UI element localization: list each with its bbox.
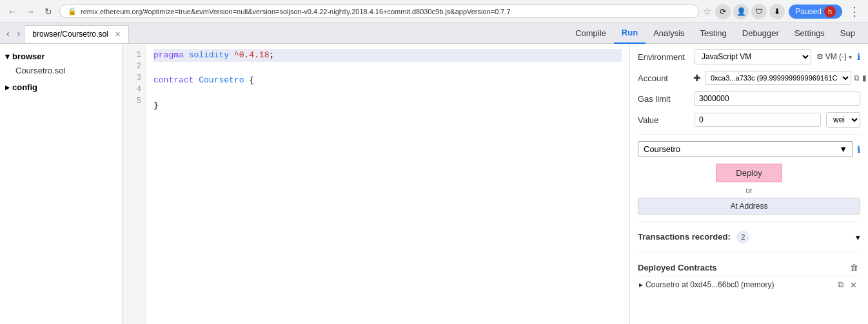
ext-icon-2[interactable]: 👤: [733, 4, 749, 19]
environment-row: Environment JavaScript VM ⚙ VM (-) ▾ ℹ: [638, 49, 860, 64]
transactions-label: Transactions recorded:: [638, 232, 731, 242]
analysis-nav-button[interactable]: Analysis: [646, 23, 692, 44]
refresh-button[interactable]: ↻: [41, 5, 55, 19]
line-num-5: 5: [126, 95, 141, 107]
menu-button[interactable]: ⋮: [846, 3, 863, 20]
account-plus-icon[interactable]: ✚: [693, 73, 701, 83]
deployed-contracts-label: Deployed Contracts: [638, 263, 717, 272]
run-nav-button[interactable]: Run: [614, 23, 646, 44]
sidebar-file-name: Coursetro.sol: [15, 66, 65, 75]
ext-icon-4[interactable]: ⬇: [769, 4, 785, 19]
environment-label: Environment: [638, 52, 689, 62]
contract-select-wrap[interactable]: Coursetro ▼: [638, 141, 853, 157]
tab-label: browser/Coursetro.sol: [32, 30, 108, 39]
tab-bar: ‹ › browser/Coursetro.sol ✕ Compile Run …: [0, 23, 868, 44]
editor-area[interactable]: 1 2 3 4 5 pragma solidity ^0.4.18; contr…: [123, 44, 629, 324]
account-select-wrap: 0xca3...a733c (99.9999999999969161C ⧉ ▮: [705, 71, 867, 85]
bookmark-button[interactable]: ☆: [703, 6, 711, 17]
code-line-4: [153, 87, 622, 100]
browser-chrome: ← → ↻ 🔒 remix.ethereum.org/#optimize=tru…: [0, 0, 868, 23]
copy-deployed-button[interactable]: ⧉: [836, 279, 845, 291]
paused-badge[interactable]: Paused h: [789, 5, 842, 19]
deploy-button[interactable]: Deploy: [716, 164, 782, 182]
copy-account-icon2[interactable]: ▮: [862, 73, 867, 82]
sidebar-browser-section[interactable]: ▾ browser: [0, 49, 122, 64]
account-select[interactable]: 0xca3...a733c (99.9999999999969161C: [705, 71, 851, 85]
value-label: Value: [638, 115, 689, 125]
environment-info-icon[interactable]: ℹ: [857, 52, 860, 62]
forward-button[interactable]: →: [23, 5, 37, 19]
tab-coursetro[interactable]: browser/Coursetro.sol ✕: [24, 25, 128, 43]
deployed-chevron-icon: ▸: [639, 280, 643, 289]
debugger-nav-button[interactable]: Debugger: [735, 23, 787, 44]
deployed-contract-item: ▸ Coursetro at 0xd45...66bc0 (memory) ⧉ …: [638, 276, 860, 293]
vm-text: VM (-): [825, 52, 847, 61]
support-nav-button[interactable]: Sup: [833, 23, 863, 44]
deployed-contract-name: ▸ Coursetro at 0xd45...66bc0 (memory): [639, 280, 774, 289]
top-nav: Compile Run Analysis Testing Debugger Se…: [567, 23, 868, 44]
tab-scroll-left[interactable]: ‹: [3, 26, 14, 41]
paused-avatar: h: [824, 6, 836, 17]
tab-scroll-right[interactable]: ›: [14, 26, 25, 41]
address-text: remix.ethereum.org/#optimize=true&evmVer…: [81, 8, 511, 15]
clear-deployed-button[interactable]: 🗑: [848, 262, 860, 273]
vm-badge: ⚙ VM (-) ▾: [816, 52, 852, 61]
value-input[interactable]: [695, 113, 821, 127]
value-unit-select[interactable]: wei: [826, 112, 860, 128]
deployed-actions: ⧉ ✕: [836, 279, 859, 291]
sidebar: ▾ browser Coursetro.sol ▸ config: [0, 44, 123, 324]
contract-name: Coursetro: [644, 144, 680, 154]
environment-select[interactable]: JavaScript VM: [695, 49, 811, 64]
settings-nav-button[interactable]: Settings: [787, 23, 833, 44]
line-num-1: 1: [126, 49, 141, 61]
browser-expand-icon: ▾: [5, 52, 10, 61]
main-layout: ▾ browser Coursetro.sol ▸ config 1 2 3 4…: [0, 44, 868, 324]
transactions-row[interactable]: Transactions recorded: 2 ▾: [638, 228, 860, 246]
lock-icon: 🔒: [68, 7, 77, 15]
editor-inner: 1 2 3 4 5 pragma solidity ^0.4.18; contr…: [123, 44, 629, 324]
code-line-1: pragma solidity ^0.4.18;: [153, 49, 622, 62]
back-button[interactable]: ←: [5, 5, 19, 19]
gas-limit-row: Gas limit: [638, 91, 860, 106]
gas-limit-label: Gas limit: [638, 94, 689, 104]
vm-icon: ⚙: [816, 52, 824, 61]
right-panel: Environment JavaScript VM ⚙ VM (-) ▾ ℹ A…: [629, 44, 868, 324]
transactions-chevron: ▾: [856, 233, 860, 242]
close-tab-button[interactable]: ✕: [115, 30, 121, 39]
line-num-4: 4: [126, 84, 141, 95]
config-label: config: [12, 82, 37, 92]
ext-icon-1[interactable]: ⟳: [715, 4, 731, 19]
account-label: Account: [638, 73, 689, 83]
value-row: Value wei: [638, 112, 860, 128]
transactions-badge: 2: [736, 231, 749, 243]
browser-label: browser: [12, 52, 45, 61]
copy-account-icon[interactable]: ⧉: [854, 73, 860, 82]
compile-nav-button[interactable]: Compile: [567, 23, 614, 44]
extension-icons: ⟳ 👤 🛡 ⬇: [715, 4, 785, 19]
deployed-item-label: Coursetro at 0xd45...66bc0 (memory): [646, 280, 774, 289]
code-line-3: contract Coursetro {: [153, 74, 622, 87]
code-content[interactable]: pragma solidity ^0.4.18; contract Course…: [146, 44, 629, 324]
divider-3: [638, 253, 860, 253]
account-row: Account ✚ 0xca3...a733c (99.999999999996…: [638, 71, 860, 85]
sidebar-file-coursetro[interactable]: Coursetro.sol: [0, 64, 122, 77]
deploy-section: Deploy: [638, 164, 860, 182]
contract-info-icon[interactable]: ℹ: [857, 144, 860, 155]
close-deployed-button[interactable]: ✕: [848, 280, 859, 291]
testing-nav-button[interactable]: Testing: [693, 23, 735, 44]
address-bar[interactable]: 🔒 remix.ethereum.org/#optimize=true&evmV…: [59, 5, 699, 18]
gas-limit-input[interactable]: [695, 91, 860, 106]
code-line-2: [153, 62, 622, 75]
code-line-5: }: [153, 99, 622, 112]
paused-label: Paused: [795, 7, 822, 16]
line-numbers: 1 2 3 4 5: [123, 44, 146, 324]
vm-chevron: ▾: [849, 53, 852, 61]
at-address-button[interactable]: At Address: [638, 198, 860, 214]
divider-2: [638, 221, 860, 222]
or-text: or: [638, 186, 860, 195]
ext-icon-3[interactable]: 🛡: [751, 4, 767, 19]
config-expand-icon: ▸: [5, 82, 10, 92]
deployed-contracts-header: Deployed Contracts 🗑: [638, 260, 860, 276]
divider-1: [638, 134, 860, 135]
sidebar-config-section[interactable]: ▸ config: [0, 80, 122, 95]
